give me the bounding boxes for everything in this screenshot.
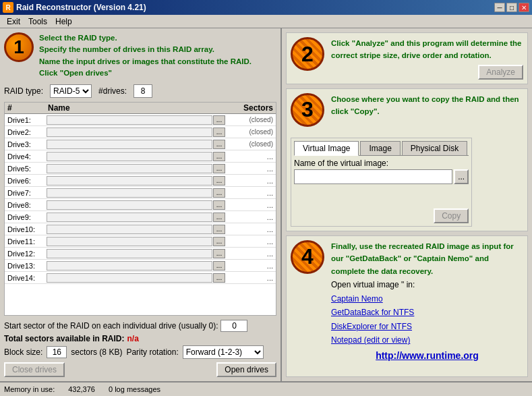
drive-sectors: (closed) bbox=[227, 128, 274, 136]
step1-row: 1 Select the RAID type. Specify the numb… bbox=[4, 32, 276, 79]
drive-browse-button[interactable]: ... bbox=[213, 164, 225, 173]
drive-browse-button[interactable]: ... bbox=[213, 261, 225, 271]
drive-browse-button[interactable]: ... bbox=[213, 128, 225, 137]
maximize-button[interactable]: □ bbox=[506, 3, 517, 12]
col-num: # bbox=[7, 103, 48, 113]
drive-path-input[interactable] bbox=[47, 200, 212, 210]
menu-help[interactable]: Help bbox=[51, 16, 76, 28]
tab-virtual-image[interactable]: Virtual Image bbox=[294, 141, 359, 156]
start-sector-input[interactable] bbox=[220, 320, 247, 332]
drive-sectors: ... bbox=[227, 152, 274, 161]
drive-sectors: ... bbox=[227, 201, 274, 209]
num-drives-input[interactable] bbox=[134, 84, 152, 98]
step1-circle: 1 bbox=[4, 32, 34, 62]
drive-path-input[interactable] bbox=[47, 188, 212, 198]
drive-input-container: ... bbox=[47, 213, 227, 222]
drive-path-input[interactable] bbox=[47, 261, 212, 271]
drive-label: Drive2: bbox=[6, 128, 47, 136]
drive-input-container: ... bbox=[47, 164, 227, 173]
start-sector-label: Start sector of the RAID on each individ… bbox=[4, 321, 218, 331]
step3-text: Choose where you want to copy the RAID a… bbox=[331, 93, 523, 118]
drive-input-container: ... bbox=[47, 152, 227, 161]
url-row: http://www.runtime.org bbox=[331, 350, 523, 361]
drive-path-input[interactable] bbox=[47, 176, 212, 186]
website-url[interactable]: http://www.runtime.org bbox=[376, 350, 479, 361]
table-row: Drive9:...... bbox=[5, 211, 276, 223]
drive-label: Drive7: bbox=[6, 189, 47, 197]
step2-text: Click "Analyze" and this program will de… bbox=[331, 37, 523, 62]
drive-label: Drive8: bbox=[6, 201, 47, 209]
drive-path-input[interactable] bbox=[47, 237, 212, 246]
menu-exit[interactable]: Exit bbox=[3, 16, 24, 28]
step3-circle: 3 bbox=[291, 93, 324, 127]
step4-content: Finally, use the recreated RAID image as… bbox=[331, 240, 523, 361]
link-notepad[interactable]: Notepad (edit or view) bbox=[331, 333, 523, 347]
menu-tools[interactable]: Tools bbox=[24, 16, 51, 28]
drive-browse-button[interactable]: ... bbox=[213, 237, 225, 246]
drive-path-input[interactable] bbox=[47, 164, 212, 173]
drive-label: Drive13: bbox=[6, 262, 47, 270]
drive-sectors: ... bbox=[227, 213, 274, 221]
raid-type-select[interactable]: RAID-0 RAID-1 RAID-5 RAID-6 bbox=[50, 84, 92, 98]
drive-browse-button[interactable]: ... bbox=[213, 213, 225, 222]
close-drives-button[interactable]: Close drives bbox=[4, 362, 65, 377]
tab-image[interactable]: Image bbox=[360, 141, 400, 155]
table-row: Drive12:...... bbox=[5, 248, 276, 260]
drive-label: Drive10: bbox=[6, 225, 47, 233]
link-getdataback-ntfs[interactable]: GetDataBack for NTFS bbox=[331, 306, 523, 319]
drive-label: Drive5: bbox=[6, 165, 47, 173]
drive-path-input[interactable] bbox=[47, 213, 212, 222]
drive-sectors: ... bbox=[227, 177, 274, 185]
drive-browse-button[interactable]: ... bbox=[213, 200, 225, 210]
col-name: Name bbox=[48, 103, 226, 113]
step3-block: 3 Choose where you want to copy the RAID… bbox=[286, 88, 528, 231]
drive-browse-button[interactable]: ... bbox=[213, 273, 225, 283]
total-sectors-label: Total sectors available in RAID: bbox=[4, 334, 125, 343]
drive-input-container: ... bbox=[47, 128, 227, 137]
drive-sectors: (closed) bbox=[227, 140, 274, 148]
drive-path-input[interactable] bbox=[47, 115, 212, 125]
step4-circle: 4 bbox=[291, 240, 324, 274]
drive-browse-button[interactable]: ... bbox=[213, 188, 225, 198]
drive-sectors: ... bbox=[227, 250, 274, 258]
memory-value: 432,376 bbox=[68, 385, 95, 393]
tab-physical-disk[interactable]: Physical Disk bbox=[402, 141, 467, 155]
title-bar: R Raid Reconstructor (Version 4.21) ─ □ … bbox=[0, 0, 532, 15]
drive-path-input[interactable] bbox=[47, 140, 212, 149]
open-drives-button[interactable]: Open drives bbox=[216, 362, 276, 377]
virtual-image-input-row: ... bbox=[294, 169, 469, 184]
menu-bar: Exit Tools Help bbox=[0, 15, 532, 28]
block-size-unit: sectors (8 KB) bbox=[71, 347, 122, 357]
step2-circle: 2 bbox=[291, 37, 324, 71]
drive-path-input[interactable] bbox=[47, 152, 212, 161]
copy-button[interactable]: Copy bbox=[434, 208, 469, 223]
table-row: Drive13:...... bbox=[5, 260, 276, 272]
drive-browse-button[interactable]: ... bbox=[213, 140, 225, 149]
drive-path-input[interactable] bbox=[47, 273, 212, 283]
virtual-image-browse-button[interactable]: ... bbox=[454, 169, 469, 184]
step2-block: 2 Click "Analyze" and this program will … bbox=[286, 32, 528, 84]
table-row: Drive7:...... bbox=[5, 187, 276, 199]
drive-path-input[interactable] bbox=[47, 225, 212, 234]
drive-browse-button[interactable]: ... bbox=[213, 176, 225, 186]
table-row: Drive4:...... bbox=[5, 150, 276, 163]
close-button[interactable]: ✕ bbox=[519, 3, 529, 12]
drive-sectors: (closed) bbox=[227, 116, 274, 123]
drive-browse-button[interactable]: ... bbox=[213, 225, 225, 234]
drive-path-input[interactable] bbox=[47, 249, 212, 258]
drive-path-input[interactable] bbox=[47, 128, 212, 137]
parity-rotation-select[interactable]: Forward (1-2-3) Backward (3-2-1) Dynamic bbox=[183, 345, 264, 359]
drive-browse-button[interactable]: ... bbox=[213, 115, 225, 125]
num-drives-label: #drives: bbox=[98, 86, 127, 96]
drive-input-container: ... bbox=[47, 237, 227, 246]
drive-browse-button[interactable]: ... bbox=[213, 249, 225, 258]
raid-type-row: RAID type: RAID-0 RAID-1 RAID-5 RAID-6 #… bbox=[4, 84, 276, 98]
step4-block: 4 Finally, use the recreated RAID image … bbox=[286, 235, 528, 377]
drive-browse-button[interactable]: ... bbox=[213, 152, 225, 161]
block-size-input[interactable] bbox=[47, 346, 67, 358]
link-diskexplorer-ntfs[interactable]: DiskExplorer for NTFS bbox=[331, 320, 523, 333]
analyze-button[interactable]: Analyze bbox=[478, 65, 523, 80]
link-captain-nemo[interactable]: Captain Nemo bbox=[331, 292, 523, 306]
minimize-button[interactable]: ─ bbox=[494, 3, 505, 12]
virtual-image-input[interactable] bbox=[294, 169, 452, 184]
